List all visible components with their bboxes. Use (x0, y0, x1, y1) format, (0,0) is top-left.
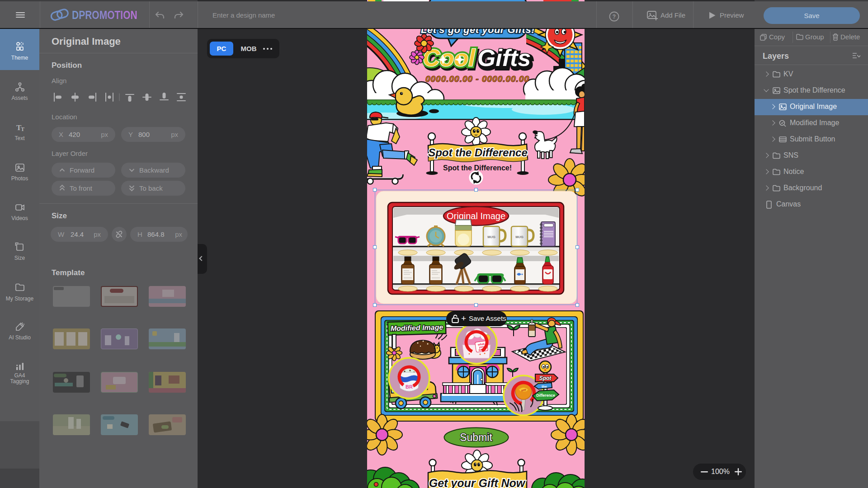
svg-text:Spot: Spot (539, 375, 552, 381)
svg-text:Get your Gift Now: Get your Gift Now (429, 477, 526, 488)
svg-text:Submit: Submit (460, 432, 492, 443)
svg-text:Modified Image: Modified Image (391, 323, 443, 332)
svg-text:Spot the Difference!: Spot the Difference! (443, 164, 512, 172)
svg-text:Gifts: Gifts (477, 45, 531, 71)
svg-text:BR: BR (406, 384, 413, 389)
svg-text:Difference: Difference (536, 393, 555, 398)
svg-text:T: T (21, 126, 24, 132)
svg-text:?: ? (613, 14, 616, 20)
svg-text:0000.00.00 - 0000.00.00: 0000.00.00 - 0000.00.00 (425, 74, 529, 84)
svg-text:the: the (542, 385, 547, 389)
svg-text:Spot the Difference: Spot the Difference (428, 146, 528, 159)
